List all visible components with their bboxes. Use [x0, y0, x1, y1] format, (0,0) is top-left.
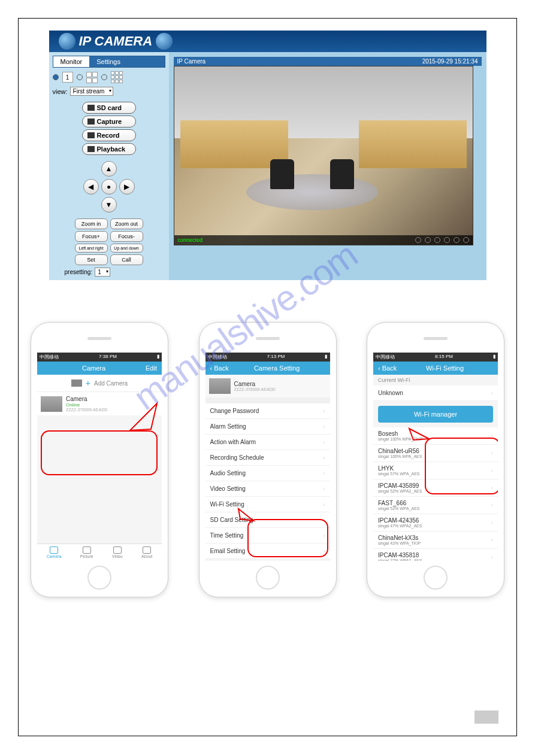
leftright-button[interactable]: Left and right: [75, 244, 108, 253]
setting-row[interactable]: Audio Setting›: [205, 466, 330, 481]
preset-select[interactable]: 1: [95, 268, 110, 277]
phone-speaker: [256, 337, 280, 340]
chevron-right-icon: ›: [324, 548, 325, 554]
play-icon: [87, 146, 95, 152]
video-control-icon[interactable]: [425, 237, 431, 243]
chevron-right-icon: ›: [491, 467, 493, 473]
zoom-out-button[interactable]: Zoom out: [110, 218, 143, 229]
capture-button[interactable]: Capture: [82, 116, 136, 127]
camera-name: Camera: [234, 381, 327, 387]
setting-row[interactable]: Change Password›: [205, 403, 330, 419]
grid-1-icon[interactable]: 1: [62, 72, 73, 83]
carrier: 中国移动: [376, 354, 395, 360]
chevron-right-icon: ›: [491, 485, 493, 491]
time: 7:38 PM: [99, 354, 117, 360]
setting-row[interactable]: Alarm Setting›: [205, 419, 330, 435]
ptz-down-button[interactable]: ▼: [101, 197, 117, 212]
setting-row[interactable]: Wi-Fi Setting›: [205, 497, 330, 512]
add-camera-row[interactable]: + Add Camera: [37, 375, 162, 392]
updown-button[interactable]: Up and down: [110, 244, 143, 253]
playback-button[interactable]: Playback: [82, 143, 136, 155]
tab-video[interactable]: Video: [112, 546, 123, 558]
camera-row[interactable]: Camera Online ZZZZ-378309-AEADD ›: [37, 392, 162, 415]
video-control-icon[interactable]: [434, 237, 440, 243]
tab-monitor[interactable]: Monitor: [53, 56, 90, 67]
tab-camera[interactable]: Camera: [47, 546, 62, 558]
wifi-signal: singal 42% WPA_TKIP: [378, 541, 421, 545]
setting-row[interactable]: Email Setting›: [205, 544, 330, 559]
radio-4[interactable]: [77, 74, 83, 80]
ptz-up-button[interactable]: ▲: [101, 161, 117, 177]
call-button[interactable]: Call: [110, 254, 143, 265]
set-button[interactable]: Set: [75, 254, 108, 265]
grid-9-icon[interactable]: [111, 71, 123, 83]
stream-select[interactable]: First stream: [70, 87, 114, 96]
tab-about[interactable]: About: [141, 546, 152, 558]
video-control-icon[interactable]: [444, 237, 450, 243]
record-button[interactable]: Record: [82, 129, 136, 141]
wifi-row[interactable]: FAST_666singal 52% WPA_AES›: [373, 497, 498, 514]
wifi-info: Boseshsingal 100% WPA_TKIP: [378, 430, 423, 441]
video-control-icon[interactable]: [463, 237, 469, 243]
home-button[interactable]: [424, 566, 448, 590]
picture-tab-icon: [83, 546, 91, 554]
camera-text: Camera ZZZZ-378309-AEADD: [234, 381, 327, 391]
radio-9[interactable]: [101, 74, 107, 80]
camera-id: ZZZZ-378309-AEADD: [66, 408, 153, 412]
chevron-right-icon: ›: [324, 439, 325, 445]
setcall-row: Set Call: [53, 254, 165, 265]
setting-row[interactable]: Action with Alarm›: [205, 435, 330, 450]
ipcam-body: Monitor Settings 1 view: First stream SD…: [49, 52, 486, 280]
patrol-row: Left and right Up and down: [53, 244, 165, 253]
current-wifi-row[interactable]: Unknown ›: [373, 385, 498, 401]
grid-4-icon[interactable]: [86, 72, 98, 83]
video-frame[interactable]: connected: [174, 66, 473, 245]
globe-icon: [156, 33, 173, 50]
video-titlebar: IP Camera 2015-09-29 15:21:34: [174, 57, 482, 66]
chevron-right-icon: ›: [324, 486, 325, 492]
back-button[interactable]: ‹ Back: [210, 365, 229, 372]
wifi-row[interactable]: IPCAM-435818singal 37% WPA2_AES›: [373, 549, 498, 561]
wifi-signal: singal 100% WPA_TKIP: [378, 437, 423, 441]
setting-row[interactable]: SD Card Setting›: [205, 512, 330, 528]
home-button[interactable]: [87, 566, 111, 590]
wifi-row[interactable]: Boseshsingal 100% WPA_TKIP›: [373, 427, 498, 445]
phone-speaker: [424, 337, 448, 340]
wifi-row[interactable]: ChinaNet-uR56singal 100% WPA_AES›: [373, 445, 498, 462]
video-chair: [330, 159, 354, 189]
ptz-center-button[interactable]: ●: [101, 179, 117, 195]
focus-plus-button[interactable]: Focus+: [75, 231, 108, 242]
chevron-right-icon: ›: [491, 554, 493, 560]
home-button[interactable]: [256, 566, 280, 590]
wifi-signal: singal 52% WPA2_AES: [378, 489, 422, 493]
setting-row[interactable]: Recording Schedule›: [205, 450, 330, 466]
add-camera-label: Add Camera: [94, 380, 128, 387]
wifi-info: IPCAM-424356singal 47% WPA2_AES: [378, 517, 422, 528]
tab-picture[interactable]: Picture: [80, 546, 93, 558]
wifi-row[interactable]: IPCAM-424356singal 47% WPA2_AES›: [373, 514, 498, 532]
back-button[interactable]: ‹ Back: [378, 365, 397, 372]
wifi-manager-button[interactable]: Wi-Fi manager: [378, 406, 493, 423]
video-control-icon[interactable]: [454, 237, 460, 243]
ptz-left-button[interactable]: ◀: [83, 179, 99, 195]
focus-row: Focus+ Focus-: [53, 231, 165, 242]
zoom-in-button[interactable]: Zoom in: [75, 218, 108, 229]
wifi-info: FAST_666singal 52% WPA_AES: [378, 500, 420, 511]
nav-bar: ‹ Back Wi-Fi Setting: [373, 362, 498, 375]
sdcard-button[interactable]: SD card: [82, 102, 136, 114]
ptz-right-button[interactable]: ▶: [119, 179, 135, 195]
radio-1[interactable]: [53, 74, 59, 80]
edit-button[interactable]: Edit: [146, 365, 157, 372]
wifi-info: IPCAM-435818singal 37% WPA2_AES: [378, 552, 422, 561]
chevron-right-icon: ›: [491, 390, 493, 396]
tab-settings[interactable]: Settings: [89, 56, 128, 67]
setting-row[interactable]: Time Setting›: [205, 528, 330, 544]
video-control-icon[interactable]: [415, 237, 421, 243]
setting-row[interactable]: Video Setting›: [205, 481, 330, 497]
focus-minus-button[interactable]: Focus-: [110, 231, 143, 242]
chevron-right-icon: ›: [324, 470, 325, 476]
wifi-row[interactable]: IPCAM-435899singal 52% WPA2_AES›: [373, 479, 498, 497]
wifi-row[interactable]: ChinaNet-kX3ssingal 42% WPA_TKIP›: [373, 532, 498, 549]
camera-thumbnail: [41, 396, 62, 412]
wifi-row[interactable]: LHYKsingal 57% WPA_AES›: [373, 462, 498, 479]
